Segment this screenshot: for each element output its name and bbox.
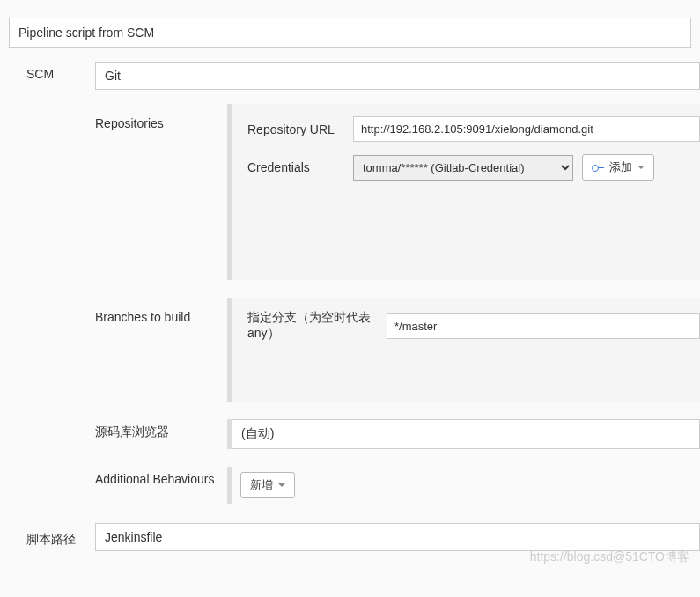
scm-row: SCM Git [0,62,700,90]
additional-behaviours-label: Additional Behaviours [95,467,227,504]
branches-title: Branches to build [95,298,227,324]
branch-specifier-input[interactable] [387,313,700,339]
repo-url-input[interactable] [353,116,700,142]
add-behaviour-label: 新增 [250,477,273,493]
add-behaviour-button[interactable]: 新增 [240,472,295,498]
script-path-label: 脚本路径 [0,527,95,548]
chevron-down-icon [637,166,645,169]
scm-select[interactable]: Git [95,62,700,90]
script-path-row: 脚本路径 [0,523,700,551]
add-credentials-label: 添加 [609,159,632,175]
repo-url-row: Repository URL [247,116,700,142]
scm-config-area: Repositories Repository URL Credentials … [95,104,700,504]
branches-section: Branches to build 指定分支（为空时代表any） [95,298,700,402]
repo-browser-row: 源码库浏览器 (自动) [95,419,700,449]
scm-label: SCM [0,62,95,81]
credentials-row: Credentials tomma/****** (Gitlab-Credent… [247,154,700,181]
branch-specifier-label: 指定分支（为空时代表any） [247,310,387,342]
repositories-section: Repositories Repository URL Credentials … [95,104,700,280]
branch-specifier-row: 指定分支（为空时代表any） [247,310,700,342]
repositories-title: Repositories [95,104,227,130]
chevron-down-icon [278,483,285,487]
watermark: https://blog.csd@51CTO博客 [530,549,689,565]
pipeline-definition-select[interactable]: Pipeline script from SCM [9,18,691,48]
credentials-select[interactable]: tomma/****** (Gitlab-Credential) [353,155,573,181]
credentials-label: Credentials [247,160,353,174]
additional-behaviours-row: Additional Behaviours 新增 [95,467,700,504]
branches-panel: 指定分支（为空时代表any） [227,298,700,402]
add-credentials-button[interactable]: 添加 [582,154,654,181]
script-path-input[interactable] [95,523,700,551]
repo-url-label: Repository URL [247,122,353,136]
repo-browser-label: 源码库浏览器 [95,419,227,449]
key-icon [592,164,604,171]
repo-browser-select[interactable]: (自动) [232,419,700,449]
repositories-panel: Repository URL Credentials tomma/****** … [227,104,700,280]
